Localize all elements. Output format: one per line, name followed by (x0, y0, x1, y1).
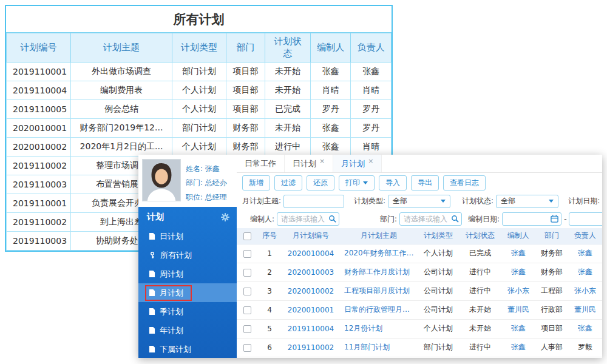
cell-owner-link[interactable]: 张鑫 (568, 263, 602, 281)
row-checkbox[interactable] (243, 306, 251, 314)
key-icon (149, 251, 156, 259)
tab-bar: 日常工作 日计划 × 月计划 × (237, 155, 602, 173)
cell-plan-type: 个人计划 (172, 138, 226, 157)
search-icon[interactable] (328, 215, 336, 223)
col-no: 序号 (257, 228, 282, 244)
cell-creator-link[interactable]: 张鑫 (501, 319, 535, 338)
type-select[interactable]: 全部 (388, 195, 450, 208)
cell-subject-link[interactable]: 12月份计划 (340, 319, 418, 338)
add-button[interactable]: 新增 (242, 175, 270, 190)
sidebar-item-monthly-plan[interactable]: 月计划 (138, 283, 237, 302)
row-checkbox[interactable] (243, 269, 251, 277)
sidebar-item-yearly-plan[interactable]: 年计划 (138, 321, 237, 340)
print-button[interactable]: 打印 (339, 175, 375, 190)
col-plan-status: 计划状态 (459, 228, 501, 244)
cell-owner-link[interactable]: 张鑫 (568, 319, 602, 338)
cell-plan-id-link[interactable]: 2020010001 (282, 300, 340, 319)
cell-subject-link[interactable]: 财务部工作月度计划 (340, 263, 418, 281)
sidebar-item-daily-plan[interactable]: 日计划 (138, 227, 237, 246)
filter-button[interactable]: 过滤 (274, 175, 302, 190)
cell-creator-link[interactable]: 董川民 (501, 300, 535, 319)
user-position: 职位: 总经理 (186, 190, 227, 204)
cell-no: 3 (257, 281, 282, 300)
cell-plan-id: 2019110001 (7, 194, 71, 213)
sidebar-item-subordinate-plan[interactable]: 下属计划 (138, 340, 237, 358)
cell-owner-link[interactable]: 董川民 (568, 300, 602, 319)
subject-filter-input[interactable] (283, 195, 344, 208)
create-date-end-input[interactable] (569, 212, 602, 226)
selected-item-highlight: 月计划 (145, 285, 192, 301)
cell-subject-link[interactable]: 日常的行政管理月计划 (340, 300, 418, 319)
sidebar-item-label: 下属计划 (160, 344, 191, 355)
cell-no: 6 (257, 338, 282, 357)
cell-plan-type: 个人计划 (172, 100, 226, 119)
cell-subject-link[interactable]: 11月部门计划 (340, 338, 418, 357)
row-checkbox[interactable] (243, 250, 251, 258)
view-log-button[interactable]: 查看日志 (443, 175, 486, 190)
row-checkbox[interactable] (243, 344, 251, 352)
tab-monthly-plan[interactable]: 月计划 × (333, 155, 382, 172)
cell-plan-id: 2020010001 (7, 119, 71, 138)
tab-close-icon[interactable]: × (368, 157, 373, 165)
document-icon (149, 270, 155, 278)
search-icon[interactable] (451, 215, 459, 223)
cell-owner-link[interactable]: 张鑫 (568, 244, 602, 263)
sidebar-item-quarterly-plan[interactable]: 季计划 (138, 302, 237, 321)
col-plan-type: 计划类型 (418, 228, 459, 244)
tab-daily-plan[interactable]: 日计划 × (285, 155, 333, 172)
cell-plan-id-link[interactable]: 2020010002 (282, 281, 340, 300)
cell-plan-status: 未开始 (265, 119, 311, 138)
calendar-icon[interactable] (551, 215, 558, 223)
sidebar-item-weekly-plan[interactable]: 周计划 (138, 265, 237, 283)
cell-creator-link[interactable]: 张鑫 (501, 338, 535, 357)
select-all-checkbox[interactable] (243, 232, 251, 240)
tab-label: 日常工作 (245, 158, 276, 169)
cell-owner-link[interactable]: 张小东 (568, 281, 602, 300)
type-select-value: 全部 (393, 196, 407, 206)
cell-plan-status: 未开始 (265, 81, 311, 100)
sidebar-item-label: 所有计划 (160, 250, 192, 261)
row-checkbox[interactable] (243, 288, 251, 295)
left-pane: 姓名: 张鑫 部门: 总经办 职位: 总经理 计划 (138, 155, 237, 358)
cell-subject-link[interactable]: 工程项目部月度计划 (340, 281, 418, 300)
cell-dept: 项目部 (226, 100, 265, 119)
col-plan-id: 计划编号 (7, 33, 71, 62)
cell-owner: 罗丹 (351, 100, 392, 119)
user-name: 姓名: 张鑫 (186, 162, 227, 176)
sidebar-item-all-plans[interactable]: 所有计划 (138, 246, 237, 265)
col-creator: 编制人 (501, 228, 535, 244)
col-owner: 负责人 (568, 228, 602, 244)
table-header-row: 计划编号 计划主题 计划类型 部门 计划状态 编制人 负责人 (7, 33, 392, 62)
status-filter-label: 计划状态: (462, 196, 493, 206)
reset-button[interactable]: 还原 (307, 175, 334, 190)
cell-creator-link[interactable]: 张鑫 (501, 244, 535, 263)
monthly-plan-window: 姓名: 张鑫 部门: 总经办 职位: 总经理 计划 (138, 155, 602, 358)
cell-plan-id-link[interactable]: 2020010004 (282, 244, 340, 263)
document-icon (149, 345, 155, 353)
export-button[interactable]: 导出 (411, 175, 439, 190)
table-row: 2020010001 财务部门2019年12... 部门计划 财务部 未开始 张… (7, 119, 392, 138)
cell-plan-id-link[interactable]: 2019110004 (282, 319, 340, 338)
cell-creator-link[interactable]: 张鑫 (501, 263, 535, 281)
cell-plan-type: 部门计划 (418, 338, 459, 357)
cell-creator-link[interactable]: 张小东 (501, 281, 535, 300)
document-icon (149, 326, 155, 334)
table-row: 4 2020010001 日常的行政管理月计划 公司计划 未开始 董川民 行政部… (237, 300, 602, 319)
cell-plan-status: 进行中 (265, 138, 311, 157)
status-select[interactable]: 全部 (496, 195, 558, 208)
cell-plan-subject: 2020年1月2日的工... (70, 138, 172, 157)
tab-close-icon[interactable]: × (319, 157, 325, 165)
sidebar-item-label: 月计划 (160, 288, 183, 298)
row-checkbox[interactable] (243, 325, 251, 333)
cell-dept: 人事部 (535, 338, 568, 357)
date-range-separator: - (564, 215, 566, 223)
cell-plan-id-link[interactable]: 2020010003 (282, 263, 340, 281)
cell-plan-id-link[interactable]: 2019110002 (282, 338, 340, 357)
cell-creator: 张鑫 (310, 119, 351, 138)
import-button[interactable]: 导入 (379, 175, 407, 190)
cell-plan-subject: 外出做市场调查 (70, 62, 172, 81)
cell-subject-link[interactable]: 2020年财务部工作月... (340, 244, 418, 263)
gear-icon[interactable] (221, 213, 229, 221)
sidebar-title: 计划 (147, 212, 164, 223)
tab-daily-work[interactable]: 日常工作 (237, 155, 285, 172)
